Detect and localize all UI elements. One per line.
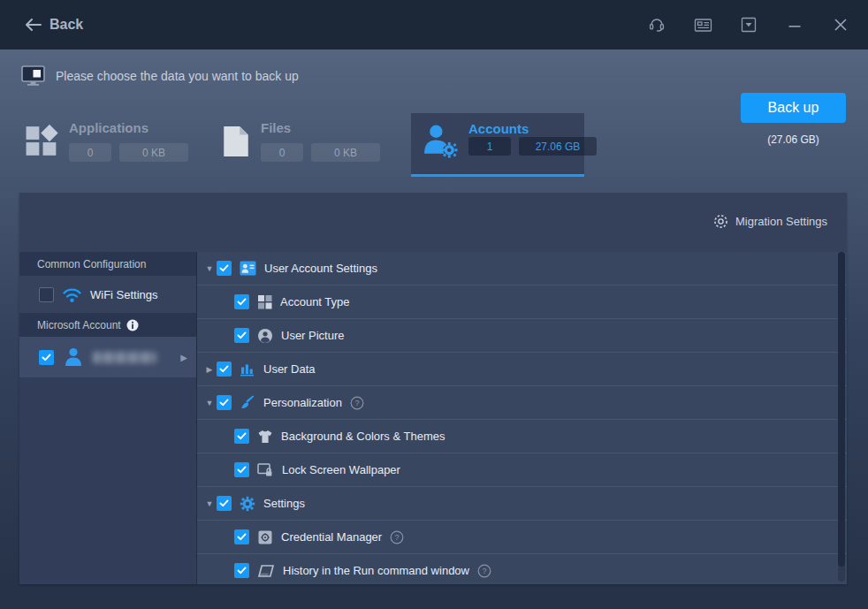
user-guide-icon[interactable] (691, 13, 714, 36)
row-checkbox[interactable] (217, 395, 232, 410)
row-checkbox[interactable] (234, 529, 249, 544)
files-icon (221, 126, 251, 157)
tree-row-account-type[interactable]: Account Type (197, 285, 847, 319)
collapse-arrow-icon[interactable]: ▼ (202, 399, 217, 407)
tree-row-label: Account Type (280, 295, 350, 308)
row-checkbox[interactable] (234, 294, 249, 309)
tree-row-label: Lock Screen Wallpaper (282, 463, 400, 476)
tree-row-label: Personalization (263, 396, 342, 409)
brush-icon (240, 395, 255, 411)
run-window-icon (257, 564, 275, 578)
common-configuration-header: Common Configuration (19, 252, 196, 276)
row-checkbox[interactable] (217, 362, 232, 377)
app-window: Back (0, 0, 868, 609)
wifi-settings-label: WiFi Settings (90, 288, 158, 301)
tree-row-user-picture[interactable]: User Picture (197, 319, 847, 353)
account-user-icon (63, 346, 84, 368)
tab-files[interactable]: Files 0 0 KB (221, 120, 380, 162)
monitor-icon (21, 65, 45, 87)
help-icon[interactable]: ? (477, 564, 491, 578)
microsoft-account-item[interactable]: ▶ (19, 337, 196, 377)
support-headset-icon[interactable] (645, 13, 668, 36)
tree-row-credential-manager[interactable]: Credential Manager ? (197, 521, 847, 554)
close-icon[interactable] (829, 13, 852, 36)
account-name-obscured (93, 352, 156, 363)
help-icon[interactable]: ? (390, 530, 404, 544)
main-panel: Migration Settings Common Configuration … (19, 193, 847, 584)
accounts-count-badge: 1 (468, 137, 511, 156)
tree-row-background-colors-themes[interactable]: Background & Colors & Themes (197, 420, 847, 453)
back-up-button[interactable]: Back up (741, 93, 846, 123)
row-checkbox[interactable] (234, 563, 249, 578)
back-button[interactable]: Back (25, 17, 83, 33)
migration-settings-button[interactable]: Migration Settings (713, 214, 827, 229)
tree-row-personalization[interactable]: ▼ Personalization ? (197, 386, 847, 420)
row-checkbox[interactable] (234, 328, 249, 343)
minimize-icon[interactable] (783, 13, 806, 36)
tab-accounts[interactable]: Accounts 1 27.06 GB (411, 113, 584, 177)
notice-message: Please choose the data you want to back … (56, 69, 299, 83)
files-count-badge: 0 (261, 143, 303, 162)
sidebar: Common Configuration WiFi Settings Micro… (19, 252, 196, 584)
tree-scrollbar-thumb[interactable] (838, 252, 845, 567)
wifi-settings-item[interactable]: WiFi Settings (19, 276, 196, 313)
migration-gear-icon (713, 214, 728, 229)
applications-size-badge: 0 KB (119, 143, 188, 162)
user-card-icon (240, 261, 256, 276)
backup-total-size: (27.06 GB) (741, 133, 846, 146)
collapse-arrow-icon[interactable]: ▼ (202, 264, 217, 273)
tab-applications[interactable]: Applications 0 0 KB (25, 120, 188, 162)
accounts-tree: ▼ User Account Settings (197, 252, 847, 584)
common-configuration-title: Common Configuration (37, 258, 146, 270)
settings-gear-icon (240, 496, 255, 512)
info-icon[interactable] (126, 319, 139, 331)
collapse-arrow-icon[interactable]: ▼ (202, 499, 217, 508)
tree-row-user-data[interactable]: ▶ User Data (197, 353, 847, 386)
wifi-checkbox[interactable] (39, 287, 54, 302)
row-checkbox[interactable] (234, 429, 249, 444)
user-circle-icon (257, 328, 273, 344)
help-icon[interactable]: ? (350, 396, 364, 410)
minimize-to-tray-icon[interactable] (737, 13, 760, 36)
wifi-icon (62, 286, 82, 303)
tree-row-settings[interactable]: ▼ (197, 487, 847, 521)
back-arrow-icon (25, 19, 42, 31)
bar-chart-icon (240, 362, 255, 377)
tree-row-lock-screen-wallpaper[interactable]: Lock Screen Wallpaper (197, 453, 847, 487)
svg-text:?: ? (354, 399, 359, 407)
row-checkbox[interactable] (217, 496, 232, 511)
credential-safe-icon (257, 529, 273, 545)
tab-files-label: Files (261, 120, 380, 135)
tab-files-badges: 0 0 KB (261, 143, 380, 162)
microsoft-account-title: Microsoft Account (37, 319, 121, 331)
tab-applications-label: Applications (69, 120, 188, 135)
tab-accounts-label: Accounts (468, 121, 529, 136)
row-checkbox[interactable] (217, 261, 232, 276)
grid-icon (257, 294, 272, 309)
account-expand-caret-icon[interactable]: ▶ (180, 353, 187, 362)
notice-strip: Please choose the data you want to back … (21, 65, 299, 87)
shirt-icon (257, 430, 273, 444)
files-size-badge: 0 KB (311, 143, 380, 162)
back-label: Back (49, 17, 83, 33)
applications-count-badge: 0 (69, 143, 111, 162)
tree-scrollbar-track[interactable] (838, 252, 845, 582)
expand-arrow-icon[interactable]: ▶ (202, 365, 217, 374)
tree-row-label: User Picture (281, 329, 345, 342)
svg-text:?: ? (395, 533, 400, 542)
svg-text:?: ? (482, 567, 486, 575)
tree-row-label: User Data (263, 362, 316, 376)
tab-applications-badges: 0 0 KB (69, 143, 188, 162)
accounts-icon (423, 123, 459, 159)
migration-settings-label: Migration Settings (735, 215, 827, 228)
account-checkbox[interactable] (39, 350, 54, 365)
topbar: Back (0, 0, 868, 49)
tree-row-run-history[interactable]: History in the Run command window ? (197, 554, 847, 584)
window-controls (645, 13, 852, 36)
tree-row-label: Background & Colors & Themes (281, 430, 445, 443)
tree-row-label: User Account Settings (264, 262, 377, 275)
accounts-size-badge: 27.06 GB (519, 137, 597, 156)
tree-row-label: History in the Run command window (283, 564, 469, 577)
tree-row-user-account-settings[interactable]: ▼ User Account Settings (197, 252, 847, 285)
row-checkbox[interactable] (234, 462, 249, 477)
